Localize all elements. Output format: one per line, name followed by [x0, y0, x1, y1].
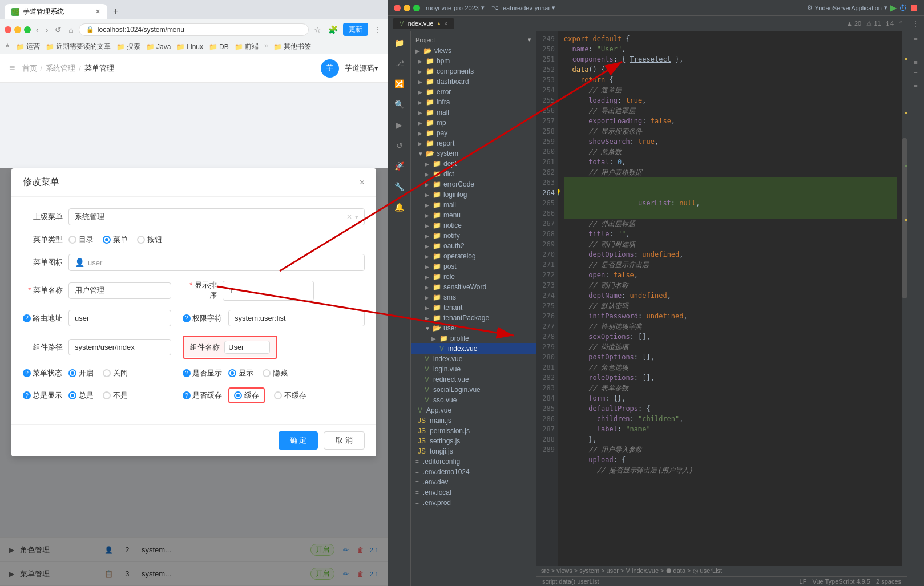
menu-name-input[interactable]	[68, 282, 171, 299]
tree-infra[interactable]: ▶📁infra	[411, 97, 536, 107]
menu-type-option-menu[interactable]: 菜单	[103, 235, 128, 245]
ide-tools-icon[interactable]: 🔧	[392, 180, 406, 193]
ide-collapse-btn[interactable]: ⌃	[898, 20, 903, 27]
refresh-btn[interactable]: ↺	[53, 25, 63, 34]
tab-close-icon[interactable]: ✕	[95, 8, 100, 15]
ide-search-icon[interactable]: 🔍	[392, 98, 406, 111]
bookmark-articles[interactable]: 📁 近期需要读的文章	[46, 42, 111, 51]
ide-project-icon[interactable]: 📁	[392, 36, 406, 50]
tree-dict[interactable]: ▶📁dict	[411, 169, 536, 179]
permission-help-icon[interactable]: ?	[183, 314, 191, 322]
bookmark-java[interactable]: 📁 Java	[146, 42, 171, 51]
always-option-no[interactable]: 不是	[103, 390, 128, 401]
tree-profile[interactable]: ▶📁profile	[411, 333, 536, 343]
tree-user-folder[interactable]: ▼📂user	[411, 323, 536, 333]
status-option-open[interactable]: 开启	[68, 368, 94, 378]
tree-components[interactable]: ▶📁components	[411, 66, 536, 76]
component-path-input[interactable]	[68, 339, 171, 355]
ide-more-btn[interactable]: ⋮	[911, 19, 919, 28]
tree-env-demo1024[interactable]: =.env.demo1024	[411, 467, 536, 477]
ide-tab-index-vue[interactable]: V index.vue ▲ ×	[393, 18, 454, 29]
bookmark-search[interactable]: 📁 搜索	[116, 42, 140, 51]
route-input[interactable]	[68, 310, 171, 326]
tab-close-btn[interactable]: ×	[444, 21, 447, 27]
select-clear-icon[interactable]: ✕	[346, 213, 352, 221]
status-option-close[interactable]: 关闭	[103, 368, 128, 378]
tree-mp[interactable]: ▶📁mp	[411, 118, 536, 128]
tree-login-vue[interactable]: Vlogin.vue	[411, 364, 536, 374]
tree-sso-vue[interactable]: Vsso.vue	[411, 395, 536, 405]
tree-operatelog[interactable]: ▶📁operatelog	[411, 251, 536, 261]
tree-dept[interactable]: ▶📁dept	[411, 159, 536, 169]
tree-mail[interactable]: ▶📁mail	[411, 200, 536, 210]
browser-tab[interactable]: 🌿 芋道管理系统 ✕	[5, 4, 107, 19]
ide-stop-btn[interactable]: ⏹	[909, 3, 918, 13]
tree-notice[interactable]: ▶📁notice	[411, 220, 536, 231]
tree-views[interactable]: ▶ 📂 views	[411, 46, 536, 56]
tree-oauth2[interactable]: ▶📁oauth2	[411, 241, 536, 251]
display-order-value[interactable]	[223, 283, 314, 298]
ide-refresh-icon[interactable]: ↺	[394, 139, 405, 152]
confirm-button[interactable]: 确 定	[279, 431, 318, 450]
sidebar-toggle[interactable]: ≡	[9, 62, 15, 74]
permission-input[interactable]	[228, 310, 365, 326]
minimize-window-btn[interactable]	[14, 26, 21, 33]
tree-permission-js[interactable]: JSpermission.js	[411, 426, 536, 436]
ide-right-icon-4[interactable]: ≡	[914, 70, 917, 77]
tree-user-index-vue[interactable]: Vindex.vue	[411, 343, 536, 354]
ide-run-btn[interactable]: ▶	[890, 2, 897, 13]
tree-dashboard[interactable]: ▶📁dashboard	[411, 76, 536, 87]
ide-minimize-btn[interactable]	[404, 5, 410, 11]
tree-env-dev[interactable]: =.env.dev	[411, 477, 536, 487]
tree-report[interactable]: ▶📁report	[411, 138, 536, 148]
tree-tenant[interactable]: ▶📁tenant	[411, 302, 536, 313]
tree-mall[interactable]: ▶📁mall	[411, 107, 536, 118]
ide-right-icon-1[interactable]: ≡	[914, 36, 917, 43]
tree-tenantpackage[interactable]: ▶📁tenantPackage	[411, 313, 536, 323]
bookmark-yunying[interactable]: 📁 运营	[16, 42, 40, 51]
tree-main-js[interactable]: JSmain.js	[411, 415, 536, 426]
bookmark-frontend[interactable]: 📁 前端	[235, 42, 259, 51]
ide-run-icon[interactable]: ▶	[394, 118, 405, 132]
breadcrumb-home[interactable]: 首页	[22, 63, 37, 74]
back-btn[interactable]: ‹	[34, 25, 41, 34]
breadcrumb-system[interactable]: 系统管理	[46, 63, 75, 74]
tree-role[interactable]: ▶📁role	[411, 272, 536, 282]
menu-type-option-directory[interactable]: 目录	[68, 235, 94, 245]
status-help-icon[interactable]: ?	[23, 369, 31, 377]
display-order-input[interactable]: ▲ ▼	[223, 281, 314, 301]
component-name-input[interactable]	[224, 341, 270, 354]
menu-btn[interactable]: ⋮	[372, 25, 383, 34]
address-bar[interactable]: 🔒 localhost:1024/system/menu	[79, 23, 309, 36]
tree-tongji-js[interactable]: JStongji.js	[411, 446, 536, 456]
tree-post[interactable]: ▶📁post	[411, 261, 536, 272]
bookmark-db[interactable]: 📁 DB	[209, 42, 229, 51]
always-help-icon[interactable]: ?	[23, 391, 31, 399]
tree-app-vue[interactable]: VApp.vue	[411, 405, 536, 415]
ide-deploy-icon[interactable]: 🚀	[392, 159, 406, 173]
bookmark-btn[interactable]: ☆	[312, 25, 323, 34]
new-tab-button[interactable]: +	[108, 3, 123, 19]
menu-icon-field[interactable]: 👤 user	[68, 254, 365, 271]
tree-sociallogin-vue[interactable]: VsocialLogin.vue	[411, 385, 536, 395]
forward-btn[interactable]: ›	[44, 25, 50, 34]
ide-close-btn[interactable]	[394, 5, 401, 11]
cache-option-no[interactable]: 不缓存	[274, 390, 306, 401]
tree-sms[interactable]: ▶📁sms	[411, 292, 536, 302]
modal-close-icon[interactable]: ×	[360, 177, 365, 188]
show-help-icon[interactable]: ?	[183, 369, 191, 377]
tree-system[interactable]: ▼📂system	[411, 148, 536, 159]
ide-notifications-icon[interactable]: 🔔	[392, 200, 406, 214]
show-option-hide[interactable]: 隐藏	[263, 368, 288, 378]
tree-settings-js[interactable]: JSsettings.js	[411, 436, 536, 446]
tree-error[interactable]: ▶📁error	[411, 87, 536, 97]
tree-errorcode[interactable]: ▶📁errorCode	[411, 179, 536, 189]
parent-menu-select[interactable]: 系统管理 ✕ ▾	[68, 208, 365, 225]
bookmark-other[interactable]: 📁 其他书签	[273, 42, 311, 51]
tree-notify[interactable]: ▶📁notify	[411, 231, 536, 241]
menu-type-option-button[interactable]: 按钮	[137, 235, 162, 245]
tree-env-prod[interactable]: =.env.prod	[411, 498, 536, 508]
ide-vcs-icon[interactable]: ⎇	[393, 56, 406, 70]
bookmark-linux[interactable]: 📁 Linux	[176, 42, 203, 51]
ide-right-icon-2[interactable]: ≡	[914, 47, 917, 54]
